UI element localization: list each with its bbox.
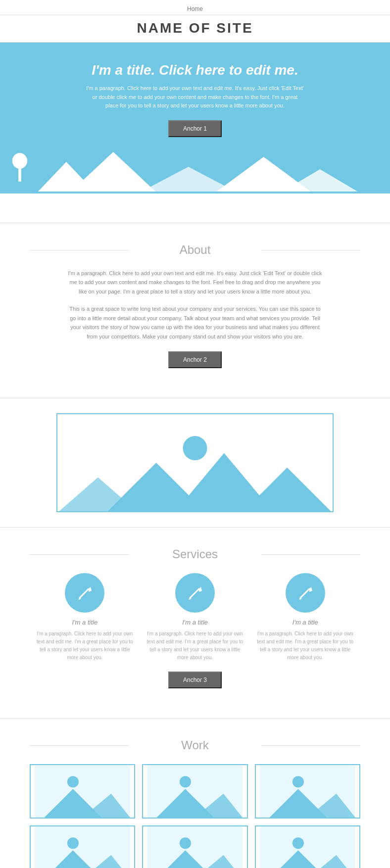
- site-title: NAME OF SITE: [0, 15, 390, 43]
- pencil-icon-2: [185, 583, 205, 603]
- work-item-6[interactable]: [255, 825, 360, 868]
- svg-marker-4: [142, 167, 236, 192]
- svg-point-27: [180, 776, 191, 787]
- service-item-3: I'm a title I'm a paragraph. Click here …: [255, 573, 354, 662]
- work-img-1: [31, 765, 134, 818]
- hero-section: I'm a title. Click here to edit me. I'm …: [0, 43, 390, 193]
- about-paragraph2[interactable]: This is a great space to write long text…: [66, 304, 324, 341]
- work-grid: [30, 764, 360, 868]
- service-icon-3: [286, 573, 325, 613]
- about-title: About: [30, 243, 360, 257]
- service-text-3[interactable]: I'm a paragraph. Click here to add your …: [255, 630, 354, 662]
- svg-line-13: [80, 589, 89, 598]
- anchor2-button[interactable]: Anchor 2: [168, 351, 222, 368]
- work-item-4[interactable]: [30, 825, 135, 868]
- work-section: Work: [0, 719, 390, 868]
- svg-point-1: [12, 153, 27, 169]
- anchor2-wrapper: Anchor 2: [30, 351, 360, 378]
- about-paragraph1[interactable]: I'm a paragraph. Click here to add your …: [66, 269, 324, 296]
- svg-line-15: [79, 598, 81, 599]
- svg-point-35: [67, 837, 79, 849]
- work-item-2[interactable]: [142, 764, 247, 819]
- work-img-4: [31, 826, 134, 868]
- pencil-icon-3: [295, 583, 315, 603]
- hero-heading[interactable]: I'm a title. Click here to edit me.: [10, 62, 380, 78]
- service-text-2[interactable]: I'm a paragraph. Click here to add your …: [146, 630, 244, 662]
- spacer-1: [0, 193, 390, 223]
- service-item-1: I'm a title I'm a paragraph. Click here …: [35, 573, 134, 662]
- hero-paragraph[interactable]: I'm a paragraph. Click here to add your …: [86, 84, 304, 110]
- about-image-placeholder: [56, 413, 334, 512]
- pencil-icon-1: [75, 583, 95, 603]
- services-section: Services I'm a title I'm a paragraph. Cl…: [0, 528, 390, 719]
- svg-line-16: [190, 589, 199, 598]
- svg-point-23: [67, 776, 79, 787]
- svg-marker-20: [309, 587, 312, 592]
- svg-line-19: [300, 589, 309, 598]
- work-img-2: [143, 765, 246, 818]
- work-item-3[interactable]: [255, 764, 360, 819]
- about-section: About I'm a paragraph. Click here to add…: [0, 223, 390, 398]
- anchor3-wrapper: Anchor 3: [30, 672, 360, 698]
- services-grid: I'm a title I'm a paragraph. Click here …: [30, 573, 360, 662]
- svg-marker-14: [89, 587, 92, 592]
- anchor3-button[interactable]: Anchor 3: [168, 672, 222, 688]
- work-item-1[interactable]: [30, 764, 135, 819]
- svg-point-8: [183, 436, 207, 460]
- hero-content: I'm a title. Click here to edit me. I'm …: [10, 62, 380, 147]
- svg-point-43: [292, 837, 303, 849]
- nav-home[interactable]: Home: [187, 5, 203, 12]
- svg-line-21: [299, 598, 301, 599]
- service-title-2[interactable]: I'm a title: [146, 619, 244, 626]
- image-placeholder-section: [0, 398, 390, 528]
- service-icon-1: [65, 573, 104, 613]
- anchor1-button[interactable]: Anchor 1: [168, 120, 222, 137]
- svg-marker-17: [199, 587, 202, 592]
- service-item-2: I'm a title I'm a paragraph. Click here …: [146, 573, 244, 662]
- svg-marker-3: [71, 152, 155, 192]
- svg-point-31: [292, 776, 303, 787]
- work-img-6: [256, 826, 359, 868]
- work-title: Work: [30, 738, 360, 752]
- svg-point-39: [180, 837, 191, 849]
- service-icon-2: [175, 573, 215, 613]
- service-title-1[interactable]: I'm a title: [35, 619, 134, 626]
- svg-line-18: [189, 598, 191, 599]
- services-title: Services: [30, 547, 360, 561]
- work-item-5[interactable]: [142, 825, 247, 868]
- nav-bar: Home: [0, 0, 390, 15]
- work-img-5: [143, 826, 246, 868]
- service-title-3[interactable]: I'm a title: [255, 619, 354, 626]
- service-text-1[interactable]: I'm a paragraph. Click here to add your …: [35, 630, 134, 662]
- hero-mountains: [10, 147, 380, 192]
- work-img-3: [256, 765, 359, 818]
- placeholder-svg: [57, 414, 333, 511]
